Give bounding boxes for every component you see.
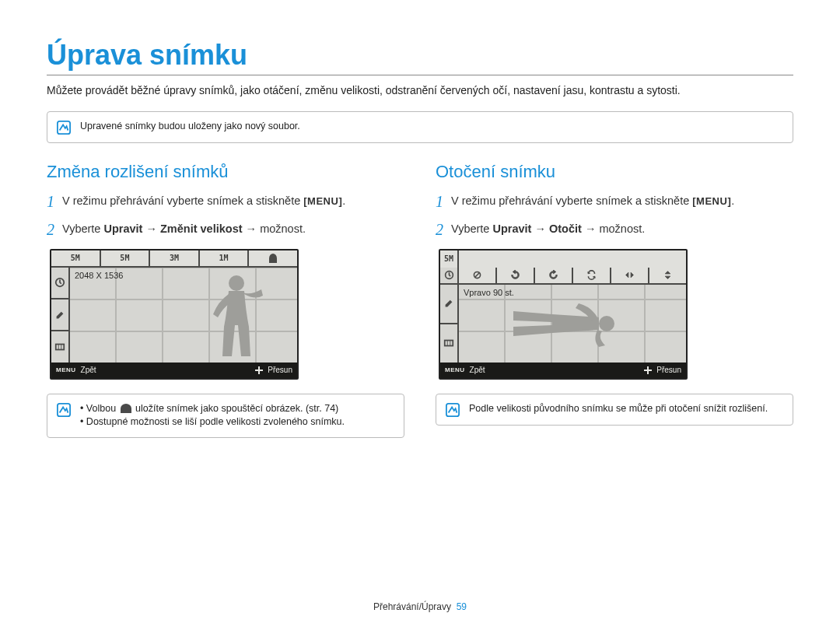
size-option: 1M — [200, 250, 250, 266]
note-icon — [57, 121, 71, 135]
back-label: Zpět — [470, 366, 485, 374]
svg-point-5 — [229, 275, 244, 291]
person-silhouette-rotated — [506, 300, 622, 347]
header-row: 5M — [440, 250, 686, 268]
left-subheading: Změna rozlišení snímků — [47, 162, 404, 182]
right-step-2: 2 Vyberte Upravit → Otočit → možnost. — [436, 221, 793, 238]
right-subheading: Otočení snímku — [436, 162, 793, 182]
top-note: Upravené snímky budou uloženy jako nový … — [47, 111, 793, 143]
step-number: 1 — [436, 193, 443, 210]
size-indicator: 5M — [440, 250, 459, 268]
step-text: V režimu přehrávání vyberte snímek a sti… — [62, 193, 345, 210]
camera-screen-rotate: 5M Vpravo 90 st. — [439, 249, 688, 380]
flip-h-icon — [625, 270, 635, 280]
flip-v-icon — [663, 270, 673, 280]
note-list: Volbou uložíte snímek jako spouštěcí obr… — [80, 402, 345, 429]
step-text: Vyberte Upravit → Otočit → možnost. — [451, 221, 645, 238]
footer-page-number: 59 — [457, 601, 467, 612]
left-note: Volbou uložíte snímek jako spouštěcí obr… — [47, 394, 404, 438]
right-column: Otočení snímku 1 V režimu přehrávání vyb… — [436, 162, 793, 457]
rotate-left-icon — [548, 270, 558, 280]
rotate-right-icon — [510, 270, 520, 280]
person-icon — [269, 254, 277, 263]
svg-point-13 — [599, 316, 614, 331]
side-icons — [51, 268, 70, 363]
step-number: 2 — [47, 221, 54, 238]
menu-key: [MENU] — [303, 195, 342, 207]
move-label: Přesun — [656, 366, 681, 374]
menu-label: MENU — [56, 366, 76, 373]
note-item: Volbou uložíte snímek jako spouštěcí obr… — [80, 402, 345, 416]
person-icon — [121, 404, 131, 413]
step-number: 1 — [47, 193, 54, 210]
clock-icon — [54, 277, 65, 288]
resize-options-row: 5M 5M 3M 1M — [51, 250, 297, 268]
step-text: Vyberte Upravit → Změnit velikost → možn… — [62, 221, 306, 238]
preview-area: 2048 X 1536 — [70, 268, 297, 363]
right-note-text: Podle velikosti původního snímku se může… — [469, 402, 768, 416]
svg-rect-0 — [58, 121, 70, 133]
rotation-label: Vpravo 90 st. — [464, 288, 514, 297]
move-label: Přesun — [268, 366, 292, 374]
left-step-1: 1 V režimu přehrávání vyberte snímek a s… — [47, 193, 404, 210]
off-icon — [472, 270, 482, 280]
right-note: Podle velikosti původního snímku se může… — [436, 394, 793, 426]
rotate-options-row — [440, 268, 686, 285]
size-option: 3M — [150, 250, 200, 266]
svg-rect-14 — [446, 403, 459, 415]
page-title: Úprava snímku — [47, 39, 793, 75]
back-label: Zpět — [81, 366, 96, 374]
person-silhouette — [205, 272, 268, 358]
svg-line-9 — [474, 272, 480, 278]
startimg-option — [249, 250, 297, 266]
dpad-icon — [644, 366, 652, 374]
resolution-label: 2048 X 1536 — [75, 271, 123, 280]
screen-footer: MENU Zpět Přesun — [51, 363, 297, 378]
footer-section: Přehrávání/Úpravy — [373, 601, 451, 612]
menu-label: MENU — [445, 366, 465, 373]
svg-rect-10 — [445, 341, 453, 346]
thumbnail-icon — [443, 338, 454, 349]
size-option: 5M — [51, 250, 101, 266]
left-step-2: 2 Vyberte Upravit → Změnit velikost → mo… — [47, 221, 404, 238]
edit-icon — [443, 298, 454, 309]
svg-rect-2 — [56, 344, 65, 349]
note-icon — [57, 403, 71, 417]
menu-key: [MENU] — [692, 195, 731, 207]
intro-text: Můžete provádět běžné úpravy snímků, jak… — [47, 83, 793, 99]
left-column: Změna rozlišení snímků 1 V režimu přehrá… — [47, 162, 404, 457]
step-text: V režimu přehrávání vyberte snímek a sti… — [451, 193, 734, 210]
thumbnail-icon — [54, 342, 65, 352]
right-step-1: 1 V režimu přehrávání vyberte snímek a s… — [436, 193, 793, 210]
preview-area: Vpravo 90 st. — [459, 285, 686, 363]
edit-icon — [54, 310, 65, 321]
size-option: 5M — [101, 250, 151, 266]
svg-rect-6 — [58, 403, 70, 415]
clock-icon — [444, 270, 454, 280]
note-icon — [446, 403, 460, 417]
dpad-icon — [255, 366, 263, 374]
page-footer: Přehrávání/Úpravy 59 — [0, 601, 840, 612]
screen-footer: MENU Zpět Přesun — [440, 363, 686, 378]
step-number: 2 — [436, 221, 443, 238]
note-item: Dostupné možnosti se liší podle velikost… — [80, 415, 345, 429]
side-icons — [440, 285, 459, 363]
top-note-text: Upravené snímky budou uloženy jako nový … — [80, 120, 300, 134]
camera-screen-resize: 5M 5M 3M 1M 2048 X 1536 — [50, 249, 299, 380]
rotate-180-icon — [586, 270, 597, 280]
